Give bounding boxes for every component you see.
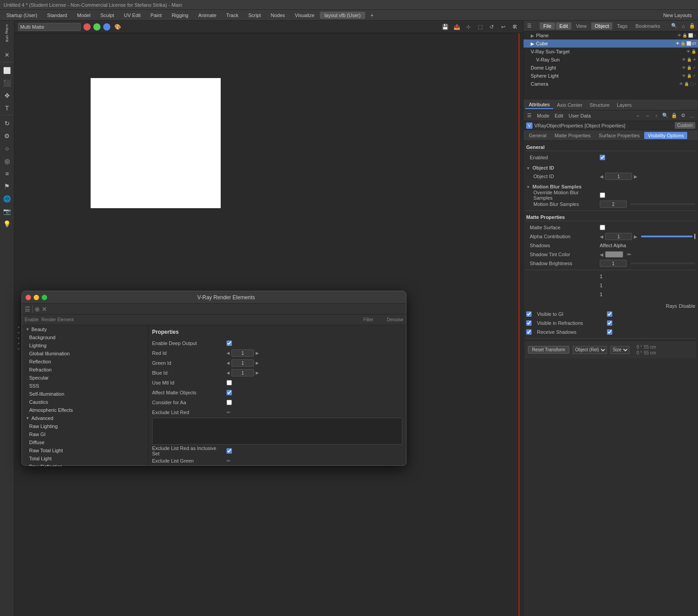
forward-icon[interactable]: → [643,112,651,120]
menu-script[interactable]: Script [244,12,265,19]
tint-eyedropper-icon[interactable]: ✏ [625,250,633,258]
mode-btn[interactable]: Mode [535,113,551,119]
lighting-item[interactable]: Lighting [22,341,148,350]
raw-reflection-item[interactable]: Raw Reflection [22,463,148,466]
alpha-slider[interactable] [641,236,693,237]
raw-gi-item[interactable]: Raw GI [22,430,148,438]
menu-visualize[interactable]: Visualize [290,12,319,19]
save-icon[interactable]: 💾 [441,22,449,31]
enabled-checkbox[interactable] [600,155,605,160]
search-icon[interactable]: 🔍 [670,22,678,30]
alpha-contribution-input[interactable] [605,233,632,240]
raw-total-light-item[interactable]: Raw Total Light [22,446,148,454]
reset-transform-btn[interactable]: Reset Transform [528,346,569,354]
sss-item[interactable]: SSS [22,382,148,390]
blue-circle-btn[interactable] [103,23,110,31]
menu-sculpt[interactable]: Sculpt [96,12,119,19]
object-row-dome-light[interactable]: Dome Light 👁 🔒 ✓ [524,64,698,72]
blue-id-input[interactable] [231,369,254,376]
receive-shadows-cb1[interactable] [526,329,532,335]
raw-lighting-item[interactable]: Raw Lighting [22,422,148,430]
flag-tool[interactable]: ⚑ [1,180,13,192]
motion-blur-slider[interactable] [630,203,695,205]
shadow-brightness-slider[interactable] [630,262,695,264]
win-close-btn[interactable] [26,295,31,300]
prop-tab-surface[interactable]: Surface Properties [595,132,643,139]
object-row-cube[interactable]: ▶ Cube 👁 🔒 ⬜ 🏷 [524,39,698,48]
background-item[interactable]: Background [22,333,148,341]
caustics-item[interactable]: Caustics [22,398,148,406]
beauty-group-item[interactable]: ▼ Beauty [22,325,148,333]
advanced-expand-icon[interactable]: ▼ [26,416,30,420]
user-data-btn[interactable]: User Data [567,113,593,119]
cursor-tool[interactable]: ⬜ [1,65,13,76]
custom-label[interactable]: Custom [675,122,695,129]
color-swatch-btn[interactable]: 🎨 [113,22,122,31]
visible-refractions-cb1[interactable] [526,320,532,326]
vfb-search-circle-icon[interactable]: ⊕ [35,306,40,313]
red-id-input[interactable] [231,350,254,357]
object-row-vray-sun[interactable]: V-Ray Sun 👁 🔒 ☀ [524,56,698,64]
matte-surface-checkbox[interactable] [600,225,605,230]
tab-axis-center[interactable]: Axis Center [553,101,586,109]
tab-tags[interactable]: Tags [613,22,631,30]
diffuse-item[interactable]: Diffuse [22,438,148,446]
shadow-tint-swatch[interactable] [605,251,623,258]
transform-icon[interactable]: ↺ [487,22,496,31]
object-row-plane[interactable]: ▶ Plane 👁 🔒 ⬜ ○ [524,31,698,39]
menu-model[interactable]: Model [73,12,95,19]
rotate-tool[interactable]: ↻ [1,118,13,129]
move-tool[interactable]: ✥ [1,90,13,101]
menu-layout-vfb[interactable]: layout vfb (User) [320,12,365,19]
red-id-left-arrow[interactable]: ◀ [227,351,230,355]
alpha-slider-handle[interactable] [694,234,695,239]
total-light-item[interactable]: Total Light [22,454,148,463]
green-id-right-arrow[interactable]: ▶ [256,361,259,365]
layers-tool[interactable]: ≡ [1,168,13,179]
lock-icon[interactable]: 🔒 [688,22,696,30]
menu-standard[interactable]: Standard [43,12,72,19]
back-icon[interactable]: ← [634,112,642,120]
tint-left-arrow[interactable]: ◀ [600,252,603,257]
consider-aa-cb[interactable] [227,400,232,405]
obj-id-left-arrow[interactable]: ◀ [600,174,603,179]
globe-tool[interactable]: 🌐 [1,193,13,205]
home-icon[interactable]: ⌂ [679,22,687,30]
tab-structure[interactable]: Structure [586,101,613,109]
receive-shadows-cb2[interactable] [607,329,612,335]
crop-icon[interactable]: ⬚ [476,22,484,31]
use-mtl-id-cb[interactable] [227,380,232,385]
vfb-hamburger-icon[interactable]: ☰ [25,306,31,313]
light-tool[interactable]: 💡 [1,218,13,230]
tab-file[interactable]: File [540,22,555,30]
visible-gi-cb2[interactable] [607,311,612,317]
settings-attr-icon[interactable]: ⚙ [679,112,687,120]
beauty-expand-icon[interactable]: ▼ [26,327,30,332]
shadow-brightness-input[interactable] [600,260,627,267]
vfb-close-icon[interactable]: ✕ [42,306,47,313]
export-icon[interactable]: 📤 [452,22,461,31]
exclude-red-inclusive-cb[interactable] [227,448,232,454]
prop-tab-visibility[interactable]: Visibility Options [644,132,688,139]
tab-object[interactable]: Object [591,22,613,30]
exclude-red-textarea[interactable] [152,418,402,445]
undo-icon[interactable]: ↩ [499,22,508,31]
affect-matte-cb[interactable] [227,390,232,395]
exclude-red-pencil-icon[interactable]: ✏ [227,410,231,415]
tab-bookmarks[interactable]: Bookmarks [632,22,664,30]
menu-startup[interactable]: Startup (User) [2,12,42,19]
tab-layers[interactable]: Layers [613,101,635,109]
blue-id-left-arrow[interactable]: ◀ [227,371,230,375]
menu-plus[interactable]: + [366,12,378,19]
self-illumination-item[interactable]: Self-Illumination [22,390,148,398]
reflection-item[interactable]: Reflection [22,358,148,366]
override-motion-checkbox[interactable] [600,192,605,198]
advanced-group-item[interactable]: ▼ Advanced [22,414,148,422]
visible-gi-row-cb1[interactable] [526,311,532,317]
brush-tool[interactable]: ○ [1,143,13,154]
object-id-input[interactable] [605,173,632,180]
green-id-input[interactable] [231,359,254,367]
blue-id-right-arrow[interactable]: ▶ [256,371,259,375]
specular-item[interactable]: Specular [22,374,148,382]
menu-new-layouts[interactable]: New Layouts [659,12,696,19]
